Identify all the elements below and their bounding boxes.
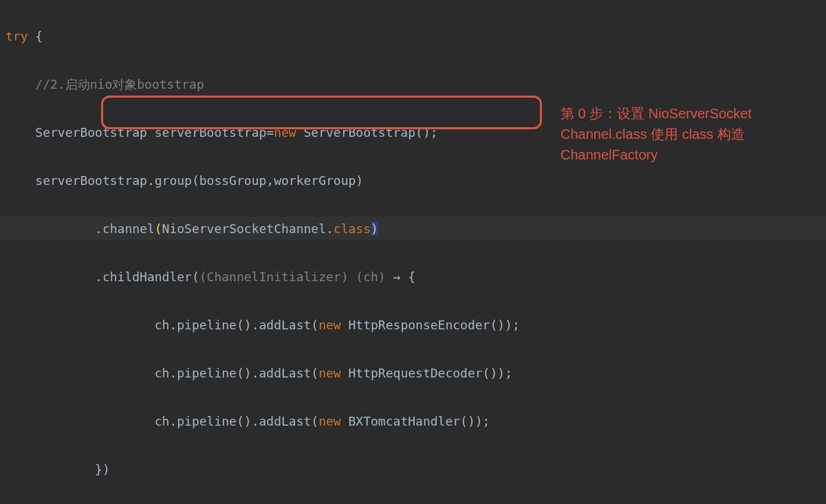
code-line: ch.pipeline().addLast(new HttpResponseEn… — [0, 313, 826, 337]
keyword-try: try — [6, 29, 28, 43]
code-line-highlighted: .channel(NioServerSocketChannel.class) — [0, 217, 826, 241]
code-editor[interactable]: try { //2.启动nio对象bootstrap ServerBootstr… — [0, 0, 826, 504]
code-line: serverBootstrap.group(bossGroup,workerGr… — [0, 168, 826, 193]
code-line: //2.启动nio对象bootstrap — [0, 72, 826, 96]
code-line: ch.pipeline().addLast(new BXTomcatHandle… — [0, 409, 826, 433]
code-line: try { — [0, 24, 826, 48]
annotation-text: 第 0 步：设置 NioServerSocket Channel.class 使… — [561, 103, 822, 165]
code-line: }) — [0, 457, 826, 481]
code-line: .childHandler((ChannelInitializer) (ch) … — [0, 265, 826, 289]
code-line: ch.pipeline().addLast(new HttpRequestDec… — [0, 361, 826, 385]
comment: //2.启动nio对象bootstrap — [35, 77, 204, 91]
